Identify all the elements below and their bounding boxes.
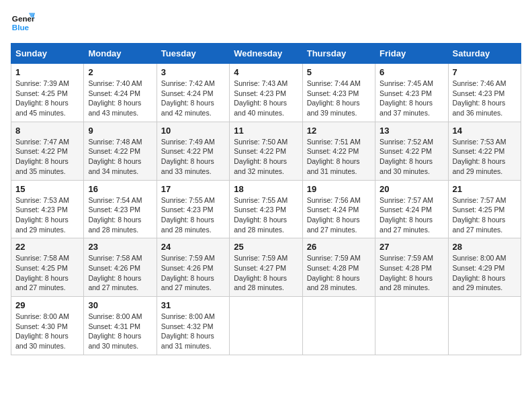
day-number: 12 [307, 126, 371, 136]
calendar-cell: 17 Sunrise: 7:55 AMSunset: 4:23 PMDaylig… [157, 180, 229, 238]
calendar-cell: 15 Sunrise: 7:53 AMSunset: 4:23 PMDaylig… [11, 180, 84, 238]
calendar-week-row: 29 Sunrise: 8:00 AMSunset: 4:30 PMDaylig… [11, 297, 521, 355]
day-info: Sunrise: 7:53 AMSunset: 4:22 PMDaylight:… [453, 138, 506, 175]
day-number: 6 [380, 67, 443, 77]
day-info: Sunrise: 7:48 AMSunset: 4:22 PMDaylight:… [88, 138, 142, 175]
day-number: 25 [234, 242, 298, 252]
day-info: Sunrise: 7:52 AMSunset: 4:22 PMDaylight:… [380, 138, 433, 175]
day-info: Sunrise: 7:57 AMSunset: 4:24 PMDaylight:… [380, 196, 433, 234]
calendar-cell: 27 Sunrise: 7:59 AMSunset: 4:28 PMDaylig… [375, 238, 448, 297]
calendar-cell: 14 Sunrise: 7:53 AMSunset: 4:22 PMDaylig… [448, 122, 521, 180]
calendar-cell: 1 Sunrise: 7:39 AMSunset: 4:25 PMDayligh… [11, 64, 84, 122]
day-number: 19 [307, 184, 371, 194]
calendar-cell [302, 297, 375, 355]
header-saturday: Saturday [448, 44, 521, 64]
calendar-cell: 28 Sunrise: 8:00 AMSunset: 4:29 PMDaylig… [448, 238, 521, 297]
calendar-cell: 3 Sunrise: 7:42 AMSunset: 4:24 PMDayligh… [157, 64, 229, 122]
calendar-cell: 16 Sunrise: 7:54 AMSunset: 4:23 PMDaylig… [84, 180, 157, 238]
header-sunday: Sunday [11, 44, 84, 64]
day-number: 21 [453, 184, 517, 194]
day-info: Sunrise: 7:43 AMSunset: 4:23 PMDaylight:… [234, 79, 287, 117]
day-number: 29 [15, 300, 79, 310]
calendar-cell [375, 297, 448, 355]
day-number: 31 [161, 300, 225, 310]
calendar-cell: 23 Sunrise: 7:58 AMSunset: 4:26 PMDaylig… [84, 238, 157, 297]
calendar-week-row: 8 Sunrise: 7:47 AMSunset: 4:22 PMDayligh… [11, 122, 521, 180]
day-info: Sunrise: 7:54 AMSunset: 4:23 PMDaylight:… [88, 196, 142, 234]
day-number: 28 [453, 242, 517, 252]
calendar-cell: 9 Sunrise: 7:48 AMSunset: 4:22 PMDayligh… [84, 122, 157, 180]
calendar-cell: 31 Sunrise: 8:00 AMSunset: 4:32 PMDaylig… [157, 297, 229, 355]
day-number: 3 [161, 67, 225, 77]
day-number: 24 [161, 242, 225, 252]
calendar-cell: 30 Sunrise: 8:00 AMSunset: 4:31 PMDaylig… [84, 297, 157, 355]
svg-text:Blue: Blue [12, 23, 30, 32]
header-tuesday: Tuesday [157, 44, 229, 64]
calendar-cell: 7 Sunrise: 7:46 AMSunset: 4:23 PMDayligh… [448, 64, 521, 122]
day-info: Sunrise: 8:00 AMSunset: 4:30 PMDaylight:… [15, 312, 69, 350]
header-monday: Monday [84, 44, 157, 64]
calendar-header-row: SundayMondayTuesdayWednesdayThursdayFrid… [11, 44, 521, 64]
calendar-cell: 26 Sunrise: 7:59 AMSunset: 4:28 PMDaylig… [302, 238, 375, 297]
day-number: 17 [161, 184, 225, 194]
page-header: General Blue [11, 11, 521, 35]
day-info: Sunrise: 7:55 AMSunset: 4:23 PMDaylight:… [161, 196, 215, 234]
calendar-cell: 8 Sunrise: 7:47 AMSunset: 4:22 PMDayligh… [11, 122, 84, 180]
day-info: Sunrise: 8:00 AMSunset: 4:29 PMDaylight:… [453, 254, 506, 291]
day-number: 16 [88, 184, 152, 194]
calendar-cell: 6 Sunrise: 7:45 AMSunset: 4:23 PMDayligh… [375, 64, 448, 122]
calendar-cell: 4 Sunrise: 7:43 AMSunset: 4:23 PMDayligh… [230, 64, 302, 122]
day-info: Sunrise: 7:46 AMSunset: 4:23 PMDaylight:… [453, 79, 506, 117]
day-number: 13 [380, 126, 443, 136]
calendar-cell: 2 Sunrise: 7:40 AMSunset: 4:24 PMDayligh… [84, 64, 157, 122]
day-number: 1 [15, 67, 79, 77]
day-info: Sunrise: 7:47 AMSunset: 4:22 PMDaylight:… [15, 138, 69, 175]
logo-icon: General Blue [11, 11, 35, 35]
calendar-table: SundayMondayTuesdayWednesdayThursdayFrid… [11, 43, 521, 355]
day-info: Sunrise: 7:59 AMSunset: 4:28 PMDaylight:… [307, 254, 361, 291]
day-info: Sunrise: 8:00 AMSunset: 4:32 PMDaylight:… [161, 312, 215, 350]
day-number: 10 [161, 126, 225, 136]
calendar-cell: 29 Sunrise: 8:00 AMSunset: 4:30 PMDaylig… [11, 297, 84, 355]
calendar-cell: 24 Sunrise: 7:59 AMSunset: 4:26 PMDaylig… [157, 238, 229, 297]
calendar-cell [230, 297, 302, 355]
day-info: Sunrise: 7:45 AMSunset: 4:23 PMDaylight:… [380, 79, 433, 117]
calendar-cell: 19 Sunrise: 7:56 AMSunset: 4:24 PMDaylig… [302, 180, 375, 238]
calendar-cell: 25 Sunrise: 7:59 AMSunset: 4:27 PMDaylig… [230, 238, 302, 297]
calendar-week-row: 22 Sunrise: 7:58 AMSunset: 4:25 PMDaylig… [11, 238, 521, 297]
day-info: Sunrise: 7:39 AMSunset: 4:25 PMDaylight:… [15, 79, 69, 117]
calendar-cell: 10 Sunrise: 7:49 AMSunset: 4:22 PMDaylig… [157, 122, 229, 180]
day-info: Sunrise: 7:57 AMSunset: 4:25 PMDaylight:… [453, 196, 506, 234]
calendar-cell: 21 Sunrise: 7:57 AMSunset: 4:25 PMDaylig… [448, 180, 521, 238]
day-info: Sunrise: 7:51 AMSunset: 4:22 PMDaylight:… [307, 138, 361, 175]
calendar-cell: 5 Sunrise: 7:44 AMSunset: 4:23 PMDayligh… [302, 64, 375, 122]
calendar-cell: 18 Sunrise: 7:55 AMSunset: 4:23 PMDaylig… [230, 180, 302, 238]
calendar-cell: 13 Sunrise: 7:52 AMSunset: 4:22 PMDaylig… [375, 122, 448, 180]
day-number: 14 [453, 126, 517, 136]
day-number: 2 [88, 67, 152, 77]
day-number: 20 [380, 184, 443, 194]
calendar-cell: 22 Sunrise: 7:58 AMSunset: 4:25 PMDaylig… [11, 238, 84, 297]
day-info: Sunrise: 7:40 AMSunset: 4:24 PMDaylight:… [88, 79, 142, 117]
day-number: 11 [234, 126, 298, 136]
day-number: 18 [234, 184, 298, 194]
header-friday: Friday [375, 44, 448, 64]
day-number: 8 [15, 126, 79, 136]
day-number: 9 [88, 126, 152, 136]
day-info: Sunrise: 8:00 AMSunset: 4:31 PMDaylight:… [88, 312, 142, 350]
day-number: 27 [380, 242, 443, 252]
calendar-cell: 12 Sunrise: 7:51 AMSunset: 4:22 PMDaylig… [302, 122, 375, 180]
day-number: 7 [453, 67, 517, 77]
calendar-week-row: 15 Sunrise: 7:53 AMSunset: 4:23 PMDaylig… [11, 180, 521, 238]
day-number: 15 [15, 184, 79, 194]
day-info: Sunrise: 7:42 AMSunset: 4:24 PMDaylight:… [161, 79, 215, 117]
day-number: 23 [88, 242, 152, 252]
day-info: Sunrise: 7:59 AMSunset: 4:26 PMDaylight:… [161, 254, 215, 291]
day-number: 30 [88, 300, 152, 310]
day-number: 4 [234, 67, 298, 77]
day-info: Sunrise: 7:58 AMSunset: 4:26 PMDaylight:… [88, 254, 142, 291]
day-number: 5 [307, 67, 371, 77]
day-info: Sunrise: 7:59 AMSunset: 4:28 PMDaylight:… [380, 254, 433, 291]
day-info: Sunrise: 7:50 AMSunset: 4:22 PMDaylight:… [234, 138, 287, 175]
day-info: Sunrise: 7:58 AMSunset: 4:25 PMDaylight:… [15, 254, 69, 291]
